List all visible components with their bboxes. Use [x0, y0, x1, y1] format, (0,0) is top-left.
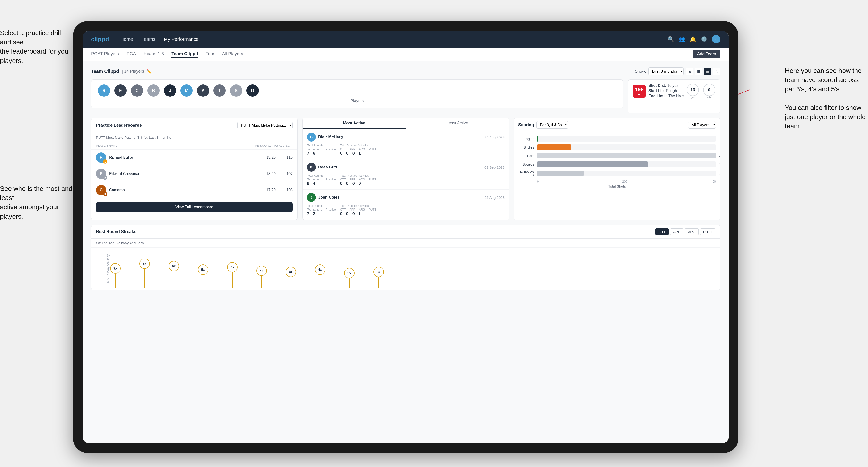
- pa-stat-group: Total Rounds TournamentPractice 84: [307, 174, 339, 186]
- filter-button[interactable]: ⇅: [713, 68, 720, 75]
- streak-nodes-container: 7x 6x 6x 5x: [110, 250, 720, 288]
- activity-tab-least-active[interactable]: Least Active: [406, 118, 509, 129]
- scoring-header: Scoring Par 3, 4 & 5s All Players: [514, 118, 720, 132]
- view-icons: ⊞ ☰ ▤ ⇅: [686, 68, 720, 75]
- player-activity-row: R Rees Britt 02 Sep 2023 Total Rounds To…: [303, 159, 509, 190]
- streak-stem-2: [144, 269, 145, 288]
- nav-my-performance[interactable]: My Performance: [164, 36, 198, 43]
- streak-circle-7: 4x: [286, 267, 296, 277]
- player-avatar-4[interactable]: B: [148, 85, 160, 97]
- settings-icon[interactable]: ⚙️: [701, 36, 707, 42]
- chart-track-pars: 499: [537, 153, 716, 158]
- streaks-header: Best Round Streaks OTT APP ARG PUTT: [91, 225, 720, 239]
- streak-filter-arg[interactable]: ARG: [685, 228, 699, 235]
- leaderboard-card-header: Practice Leaderboards PUTT Must Make Put…: [91, 118, 298, 133]
- grid-view-button[interactable]: ⊞: [686, 68, 693, 75]
- streak-circle-2: 6x: [140, 258, 150, 269]
- card-view-button[interactable]: ▤: [704, 68, 711, 75]
- lb-avatar-3[interactable]: C 3: [96, 185, 106, 195]
- people-icon[interactable]: 👥: [679, 36, 685, 42]
- lb-avg-1: 110: [279, 155, 293, 160]
- shot-details: Shot Dist: 16 yds Start Lie: Rough End L…: [648, 84, 684, 99]
- player-avatar-8[interactable]: T: [214, 85, 226, 97]
- yds-circle-2: 0: [703, 84, 715, 96]
- streak-node-1: 7x: [110, 263, 121, 288]
- player-avatar-3[interactable]: C: [131, 85, 143, 97]
- sub-nav-team-clippd[interactable]: Team Clippd: [172, 50, 198, 58]
- scoring-chart: Eagles 3 Birdies: [514, 132, 720, 193]
- chart-bar-pars: Pars 499: [518, 153, 716, 158]
- streak-filter-app[interactable]: APP: [670, 228, 683, 235]
- streaks-card: Best Round Streaks OTT APP ARG PUTT Off …: [91, 225, 720, 290]
- logo: clippd: [91, 36, 109, 43]
- streak-node-6: 4x: [256, 266, 267, 288]
- nav-teams[interactable]: Teams: [142, 36, 155, 43]
- streak-stem-1: [115, 274, 116, 288]
- player-avatar-7[interactable]: A: [197, 85, 209, 97]
- scoring-player-select[interactable]: All Players: [688, 121, 716, 129]
- streak-circle-4: 5x: [198, 264, 208, 275]
- sub-nav-pga[interactable]: PGA: [127, 50, 136, 58]
- lb-avatar-2[interactable]: E 2: [96, 168, 106, 179]
- sub-nav: PGAT Players PGA Hcaps 1-5 Team Clippd T…: [83, 48, 729, 61]
- streak-node-7: 4x: [286, 267, 296, 288]
- lb-row: E 2 Edward Crossman 18/20 107: [91, 166, 298, 182]
- streaks-subtitle: Off The Tee, Fairway Accuracy: [91, 239, 720, 248]
- player-avatar-10[interactable]: D: [247, 85, 259, 97]
- tablet-screen: clippd Home Teams My Performance 🔍 👥 🔔 ⚙…: [83, 31, 729, 443]
- main-content: Team Clippd | 14 Players ✏️ Show: Last 3…: [83, 61, 729, 443]
- streak-node-4: 5x: [198, 264, 208, 288]
- streaks-chart: % A, Fairway Accuracy 7x 6x: [91, 248, 720, 290]
- team-count: | 14 Players: [122, 69, 144, 74]
- player-avatar-6[interactable]: M: [181, 85, 193, 97]
- view-full-leaderboard-button[interactable]: View Full Leaderboard: [96, 202, 293, 212]
- pa-header: B Blair McHarg 26 Aug 2023: [307, 132, 504, 142]
- lb-avatar-1[interactable]: R 1: [96, 152, 106, 163]
- streak-filter-putt[interactable]: PUTT: [700, 228, 715, 235]
- yds-circles: 16 yds 0 yds: [687, 84, 715, 99]
- player-avatar-5[interactable]: J: [164, 85, 176, 97]
- practice-leaderboards-card: Practice Leaderboards PUTT Must Make Put…: [91, 118, 298, 220]
- team-header: Team Clippd | 14 Players ✏️ Show: Last 3…: [91, 67, 720, 75]
- streak-circle-9: 3x: [344, 268, 354, 278]
- activity-card: Most Active Least Active B Blair McHarg …: [302, 118, 509, 220]
- show-label: Show:: [635, 69, 646, 74]
- lb-name-3: Cameron...: [109, 188, 259, 192]
- list-view-button[interactable]: ☰: [695, 68, 703, 75]
- show-select[interactable]: Last 3 months: [648, 67, 684, 75]
- scoring-filter-select[interactable]: Par 3, 4 & 5s: [536, 121, 568, 129]
- search-icon[interactable]: 🔍: [668, 36, 674, 42]
- sub-nav-hcaps[interactable]: Hcaps 1-5: [144, 50, 164, 58]
- streak-stem-4: [203, 275, 203, 288]
- sub-nav-all-players[interactable]: All Players: [222, 50, 243, 58]
- pa-stat-group: Total Rounds TournamentPractice 76: [307, 144, 339, 156]
- pa-name-3: Josh Coles: [318, 195, 483, 200]
- player-activity-row: B Blair McHarg 26 Aug 2023 Total Rounds …: [303, 129, 509, 159]
- player-avatar-9[interactable]: S: [230, 85, 242, 97]
- activity-tab-most-active[interactable]: Most Active: [303, 118, 406, 129]
- sub-nav-tour[interactable]: Tour: [206, 50, 214, 58]
- shot-badge: 198 sc: [633, 85, 646, 98]
- streak-circle-8: 4x: [315, 264, 325, 275]
- streak-stem-10: [378, 277, 379, 288]
- pa-date-1: 26 Aug 2023: [485, 135, 504, 139]
- user-avatar[interactable]: U: [712, 35, 720, 43]
- streak-filter-buttons: OTT APP ARG PUTT: [655, 228, 715, 235]
- sub-nav-pgat[interactable]: PGAT Players: [91, 50, 119, 58]
- lb-avg-2: 107: [279, 172, 293, 176]
- player-avatar-2[interactable]: E: [115, 85, 127, 97]
- scoring-title: Scoring: [518, 122, 534, 127]
- player-avatar-1[interactable]: R: [98, 85, 110, 97]
- edit-icon[interactable]: ✏️: [147, 69, 152, 74]
- chart-x-title: Total Shots: [518, 183, 716, 189]
- drill-select[interactable]: PUTT Must Make Putting...: [237, 122, 293, 129]
- bell-icon[interactable]: 🔔: [690, 36, 696, 42]
- lb-name-1: Richard Butler: [109, 155, 259, 160]
- nav-home[interactable]: Home: [121, 36, 133, 43]
- chart-fill-birdies: [537, 144, 571, 150]
- lb-badge-bronze: 3: [103, 192, 107, 196]
- lb-name-2: Edward Crossman: [109, 172, 259, 176]
- add-team-button[interactable]: Add Team: [693, 50, 720, 59]
- streak-filter-ott[interactable]: OTT: [655, 228, 669, 235]
- streak-stem-6: [261, 276, 262, 288]
